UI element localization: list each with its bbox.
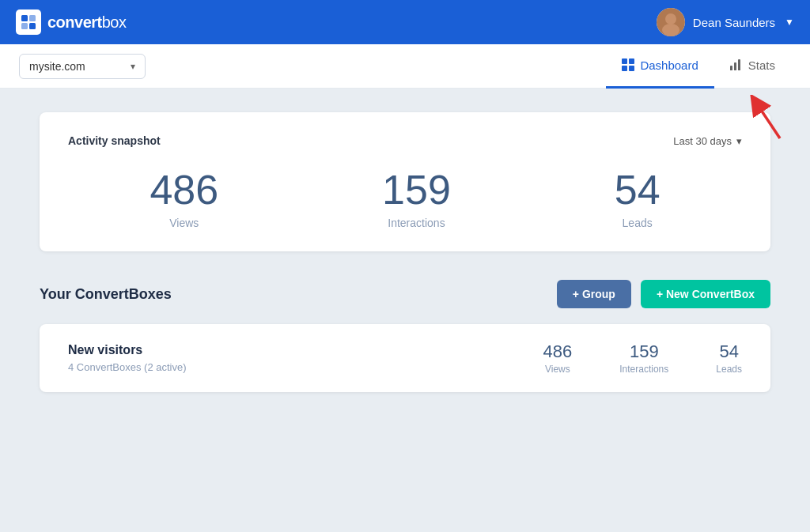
section-actions: + Group + New ConvertBox: [557, 280, 770, 308]
dashboard-tab-label: Dashboard: [640, 58, 698, 72]
list-item-stats: 486 Views 159 Interactions 54 Leads: [543, 341, 742, 375]
activity-snapshot-card: Activity snapshot Last 30 days ▾ 486 Vie…: [40, 112, 770, 251]
list-interactions-number: 159: [619, 341, 668, 362]
interactions-label: Interactions: [382, 217, 451, 229]
list-leads-label: Leads: [716, 364, 742, 375]
dashboard-icon: [622, 58, 634, 71]
card-header: Activity snapshot Last 30 days ▾: [68, 134, 742, 147]
svg-rect-3: [29, 23, 36, 29]
list-interactions-stat: 159 Interactions: [619, 341, 668, 375]
list-item-info: New visitors 4 ConvertBoxes (2 active): [68, 343, 543, 373]
user-menu-chevron: ▼: [785, 17, 794, 28]
top-header: convertbox Dean Saunders ▼: [0, 0, 810, 44]
list-leads-stat: 54 Leads: [716, 341, 742, 375]
list-views-label: Views: [543, 364, 573, 375]
stats-row: 486 Views 159 Interactions 54 Leads: [68, 169, 742, 229]
date-filter[interactable]: Last 30 days ▾: [673, 135, 742, 147]
section-title: Your ConvertBoxes: [40, 286, 172, 303]
svg-point-5: [665, 13, 676, 25]
sub-header: mysite.com ▾ Dashboard Stats: [0, 44, 810, 89]
date-filter-chevron: ▾: [736, 135, 742, 147]
svg-rect-0: [21, 15, 28, 21]
site-selector[interactable]: mysite.com ▾: [19, 54, 146, 79]
logo-icon: [16, 9, 41, 35]
convertboxes-section-header: Your ConvertBoxes + Group + New ConvertB…: [40, 280, 770, 308]
site-selector-chevron: ▾: [131, 61, 135, 72]
list-item-content: New visitors 4 ConvertBoxes (2 active) 4…: [68, 341, 742, 375]
brand-name: convertbox: [47, 13, 127, 32]
main-content: Activity snapshot Last 30 days ▾ 486 Vie…: [0, 89, 810, 416]
list-views-number: 486: [543, 341, 573, 362]
views-label: Views: [150, 217, 218, 229]
card-title: Activity snapshot: [68, 134, 161, 147]
user-name-label: Dean Saunders: [693, 16, 775, 29]
list-views-stat: 486 Views: [543, 341, 573, 375]
site-name: mysite.com: [29, 60, 85, 73]
tab-stats[interactable]: Stats: [714, 44, 791, 89]
list-leads-number: 54: [716, 341, 742, 362]
interactions-stat: 159 Interactions: [382, 169, 451, 229]
svg-rect-1: [29, 15, 36, 21]
views-number: 486: [150, 169, 218, 210]
leads-stat: 54 Leads: [615, 169, 660, 229]
views-stat: 486 Views: [150, 169, 218, 229]
leads-number: 54: [615, 169, 660, 210]
list-item-sub: 4 ConvertBoxes (2 active): [68, 361, 543, 373]
leads-label: Leads: [615, 217, 660, 229]
avatar: [657, 8, 685, 36]
svg-rect-2: [21, 23, 28, 29]
list-interactions-label: Interactions: [619, 364, 668, 375]
date-filter-label: Last 30 days: [673, 135, 732, 147]
convertbox-list-card: New visitors 4 ConvertBoxes (2 active) 4…: [40, 324, 770, 392]
stats-icon: [730, 59, 743, 70]
tab-dashboard[interactable]: Dashboard: [606, 44, 713, 89]
stats-tab-label: Stats: [748, 58, 775, 72]
logo: convertbox: [16, 9, 127, 35]
add-new-convertbox-button[interactable]: + New ConvertBox: [641, 280, 770, 308]
add-group-button[interactable]: + Group: [557, 280, 631, 308]
list-item-name: New visitors: [68, 343, 543, 357]
svg-point-6: [662, 24, 679, 36]
interactions-number: 159: [382, 169, 451, 210]
user-menu[interactable]: Dean Saunders ▼: [657, 8, 794, 36]
nav-tabs: Dashboard Stats: [606, 44, 791, 88]
